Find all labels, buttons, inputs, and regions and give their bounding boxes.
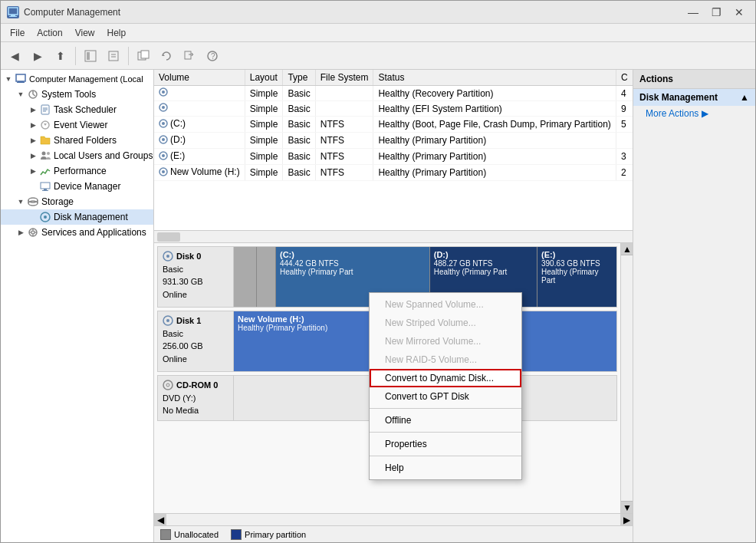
minimize-button[interactable]: — bbox=[683, 5, 703, 20]
ctx-convert-dynamic[interactable]: Convert to Dynamic Disk... bbox=[370, 369, 521, 387]
volume-table: Volume Layout Type File System Status C bbox=[154, 70, 633, 181]
table-row[interactable]: (D:) Simple Basic NTFS Healthy (Primary … bbox=[154, 133, 633, 149]
action-more-actions[interactable]: More Actions ▶ bbox=[633, 106, 755, 121]
actions-header: Actions bbox=[633, 70, 755, 89]
expand-storage[interactable]: ▼ bbox=[15, 196, 27, 208]
cell-capacity bbox=[616, 133, 633, 149]
expand-performance[interactable]: ▶ bbox=[27, 165, 39, 177]
ctx-help[interactable]: Help bbox=[370, 459, 521, 477]
ctx-sep1 bbox=[370, 408, 521, 409]
cell-type: Basic bbox=[283, 165, 315, 181]
svg-point-58 bbox=[166, 255, 169, 258]
table-row[interactable]: New Volume (H:) Simple Basic NTFS Health… bbox=[154, 165, 633, 181]
expand-services[interactable]: ▶ bbox=[15, 226, 27, 239]
table-row[interactable]: (E:) Simple Basic NTFS Healthy (Primary … bbox=[154, 149, 633, 165]
sidebar-item-local-users[interactable]: ▶ Local Users and Groups bbox=[1, 148, 153, 163]
col-status: Status bbox=[373, 70, 616, 86]
toolbar-help[interactable]: ? bbox=[202, 45, 223, 67]
cell-fs: NTFS bbox=[315, 133, 373, 149]
action-more-arrow: ▶ bbox=[702, 108, 708, 119]
cell-status: Healthy (Primary Partition) bbox=[373, 165, 616, 181]
ctx-properties[interactable]: Properties bbox=[370, 435, 521, 453]
cell-volume bbox=[154, 101, 245, 117]
sidebar-item-system-tools[interactable]: ▼ System Tools bbox=[1, 87, 153, 102]
vert-scrollbar[interactable]: ▲ ▼ bbox=[620, 243, 633, 513]
svg-point-38 bbox=[44, 216, 47, 219]
sidebar-label-root: Computer Management (Local bbox=[29, 74, 143, 84]
svg-point-62 bbox=[166, 383, 169, 387]
svg-text:?: ? bbox=[211, 52, 215, 61]
sidebar-item-task-scheduler[interactable]: ▶ Task Scheduler bbox=[1, 102, 153, 117]
bottom-hscroll[interactable]: ◀ ▶ bbox=[154, 513, 633, 525]
col-layout: Layout bbox=[245, 70, 283, 86]
context-menu: New Spanned Volume... New Striped Volume… bbox=[369, 292, 522, 480]
sidebar-item-storage[interactable]: ▼ Storage bbox=[1, 194, 153, 209]
sidebar-item-event-viewer[interactable]: ▶ Event Viewer bbox=[1, 117, 153, 133]
svg-point-28 bbox=[42, 152, 46, 156]
computer-management-window: Computer Management — ❐ ✕ File Action Vi… bbox=[0, 0, 756, 543]
action-section-disk-management[interactable]: Disk Management ▲ bbox=[633, 89, 755, 106]
sidebar-item-performance[interactable]: ▶ Performance bbox=[1, 163, 153, 179]
menu-help[interactable]: Help bbox=[101, 25, 133, 41]
partition-efi[interactable] bbox=[257, 247, 276, 307]
expand-local-users[interactable]: ▶ bbox=[27, 150, 39, 162]
close-button[interactable]: ✕ bbox=[729, 5, 749, 20]
ctx-convert-gpt[interactable]: Convert to GPT Disk bbox=[370, 387, 521, 406]
expand-shared-folders[interactable]: ▶ bbox=[27, 134, 39, 146]
sidebar-item-device-manager[interactable]: ▶ Device Manager bbox=[1, 179, 153, 194]
toolbar-sep2 bbox=[128, 47, 129, 65]
ctx-offline[interactable]: Offline bbox=[370, 411, 521, 429]
toolbar-refresh[interactable] bbox=[156, 45, 177, 67]
icon-disk-management bbox=[39, 211, 51, 223]
expand-system-tools[interactable]: ▼ bbox=[15, 88, 27, 100]
toolbar-show-hide[interactable] bbox=[80, 45, 101, 67]
disk-0-type: Basic bbox=[163, 263, 228, 276]
svg-point-52 bbox=[162, 138, 165, 141]
svg-point-54 bbox=[162, 154, 165, 157]
window-controls: — ❐ ✕ bbox=[683, 5, 749, 20]
menu-file[interactable]: File bbox=[4, 25, 31, 41]
cell-volume: (C:) bbox=[154, 117, 245, 133]
expand-task-scheduler[interactable]: ▶ bbox=[27, 104, 39, 116]
table-row[interactable]: Simple Basic Healthy (Recovery Partition… bbox=[154, 86, 633, 101]
sidebar-item-services[interactable]: ▶ Services and Applications bbox=[1, 225, 153, 240]
sidebar-item-disk-management[interactable]: ▶ Disk Management bbox=[1, 209, 153, 225]
svg-rect-0 bbox=[8, 8, 18, 15]
col-filesystem: File System bbox=[315, 70, 373, 86]
col-volume: Volume bbox=[154, 70, 245, 86]
scroll-right-btn[interactable]: ▶ bbox=[620, 514, 633, 526]
title-bar: Computer Management — ❐ ✕ bbox=[1, 1, 755, 24]
menu-action[interactable]: Action bbox=[31, 25, 68, 41]
cell-layout: Simple bbox=[245, 86, 283, 101]
toolbar-forward[interactable]: ▶ bbox=[27, 45, 48, 67]
sidebar-item-shared-folders[interactable]: ▶ Shared Folders bbox=[1, 133, 153, 148]
restore-button[interactable]: ❐ bbox=[706, 5, 726, 20]
volume-table-wrapper[interactable]: Volume Layout Type File System Status C bbox=[154, 70, 633, 231]
scroll-up-btn[interactable]: ▲ bbox=[621, 243, 633, 255]
icon-device-manager bbox=[39, 180, 51, 193]
toolbar-back[interactable]: ◀ bbox=[4, 45, 25, 67]
menu-view[interactable]: View bbox=[69, 25, 101, 41]
svg-point-29 bbox=[47, 152, 50, 155]
ctx-new-raid5: New RAID-5 Volume... bbox=[370, 350, 521, 369]
table-row[interactable]: (C:) Simple Basic NTFS Healthy (Boot, Pa… bbox=[154, 117, 633, 133]
hscroll-thumb bbox=[157, 232, 180, 242]
table-row[interactable]: Simple Basic Healthy (EFI System Partiti… bbox=[154, 101, 633, 117]
partition-e[interactable]: (E:) 390.63 GB NTFS Healthy (Primary Par… bbox=[537, 247, 616, 307]
scroll-down-btn[interactable]: ▼ bbox=[621, 501, 633, 513]
legend-swatch-unallocated bbox=[160, 529, 171, 540]
cell-volume: New Volume (H:) bbox=[154, 165, 245, 181]
right-panel: Actions Disk Management ▲ More Actions ▶ bbox=[633, 70, 755, 542]
cell-capacity: 3 bbox=[616, 149, 633, 165]
toolbar-up[interactable]: ⬆ bbox=[50, 45, 71, 67]
toolbar-properties[interactable] bbox=[103, 45, 124, 67]
table-hscroll[interactable] bbox=[154, 231, 633, 243]
expand-event-viewer[interactable]: ▶ bbox=[27, 119, 39, 131]
expand-root[interactable]: ▼ bbox=[2, 73, 15, 85]
toolbar-new-window[interactable] bbox=[133, 45, 154, 67]
sidebar-item-root[interactable]: ▼ Computer Management (Local bbox=[1, 71, 153, 87]
scroll-left-btn[interactable]: ◀ bbox=[154, 514, 166, 526]
partition-recovery[interactable] bbox=[234, 247, 257, 307]
menu-bar: File Action View Help bbox=[1, 24, 755, 42]
toolbar-export[interactable] bbox=[179, 45, 200, 67]
